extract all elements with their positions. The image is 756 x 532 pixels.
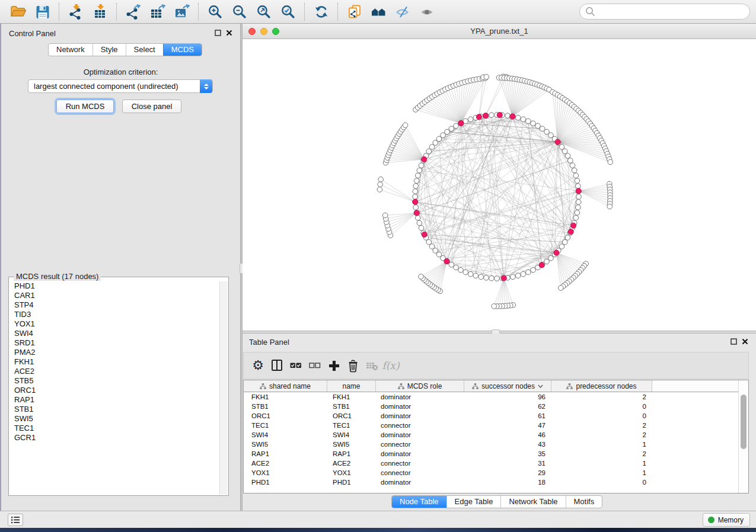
dropdown-stepper-icon	[200, 79, 212, 93]
mcds-result-item[interactable]: SRD1	[9, 338, 219, 348]
close-panel-button[interactable]: Close panel	[122, 100, 181, 113]
tab-network-table[interactable]: Network Table	[500, 496, 565, 508]
table-row[interactable]: FKH1FKH1dominator962	[244, 392, 738, 402]
table-scrollbar[interactable]	[738, 380, 748, 493]
hide-selected-button[interactable]	[391, 2, 415, 22]
deselect-all-button[interactable]	[305, 355, 324, 376]
network-canvas[interactable]	[243, 39, 756, 331]
tab-style[interactable]: Style	[92, 44, 126, 56]
table-mode-button[interactable]: ⚙	[248, 355, 267, 376]
table-cell: ORC1	[327, 411, 376, 421]
table-row[interactable]: ORC1ORC1dominator610	[244, 411, 738, 421]
control-panel-tabs: Network Style Select MCDS	[48, 43, 202, 56]
network-titlebar[interactable]: YPA_prune.txt_1	[243, 24, 756, 39]
show-all-button[interactable]	[415, 2, 439, 22]
tab-node-table[interactable]: Node Table	[392, 496, 446, 508]
tab-motifs[interactable]: Motifs	[566, 496, 602, 508]
table-cell: 47	[464, 421, 551, 430]
mcds-result-item[interactable]: RAP1	[9, 395, 219, 405]
table-row[interactable]: RAP1RAP1dominator352	[244, 449, 738, 459]
table-cell: 62	[464, 402, 551, 411]
table-row[interactable]: TEC1TEC1connector472	[244, 421, 738, 430]
run-mcds-button[interactable]: Run MCDS	[56, 100, 114, 113]
zoom-fit-button[interactable]	[251, 2, 276, 22]
table-cell: connector	[376, 421, 464, 430]
scrollbar-thumb[interactable]	[741, 395, 747, 449]
network-title: YPA_prune.txt_1	[243, 27, 756, 36]
control-panel: Control Panel Network Style Select MCDS …	[0, 24, 240, 511]
criterion-dropdown[interactable]: largest connected component (undirected)	[28, 79, 213, 93]
mcds-result-item[interactable]: STB5	[9, 376, 219, 386]
mcds-result-item[interactable]: STB1	[9, 405, 219, 414]
sort-chevron-icon	[538, 384, 543, 388]
table-row[interactable]: STB1STB1dominator620	[244, 402, 738, 411]
network-graph	[243, 39, 756, 331]
table-row[interactable]: YOX1YOX1connector291	[244, 468, 738, 477]
save-session-button[interactable]	[30, 2, 55, 22]
mcds-result-item[interactable]: ORC1	[9, 386, 219, 395]
network-from-selection-button[interactable]	[342, 2, 366, 22]
zoom-out-icon	[232, 4, 247, 19]
mcds-result-item[interactable]: PMA2	[9, 348, 219, 357]
mcds-result-item[interactable]: GCR1	[9, 433, 219, 443]
memory-button[interactable]: Memory	[703, 513, 750, 527]
tab-network[interactable]: Network	[49, 44, 92, 56]
mcds-list-scrollbar[interactable]	[219, 281, 228, 495]
float-window-icon[interactable]	[215, 30, 221, 36]
column-header-filler	[652, 380, 748, 392]
first-neighbors-button[interactable]	[366, 2, 391, 22]
column-header-name[interactable]: name	[327, 380, 376, 392]
mcds-result-item[interactable]: FKH1	[9, 357, 219, 367]
mcds-result-item[interactable]: YOX1	[9, 319, 219, 329]
column-header-mcds-role[interactable]: MCDS role	[376, 380, 464, 392]
import-network-button[interactable]	[63, 2, 88, 22]
export-table-button[interactable]	[145, 2, 170, 22]
close-panel-icon[interactable]	[742, 338, 748, 345]
table-cell: TEC1	[244, 421, 327, 430]
export-image-button[interactable]	[170, 2, 194, 22]
mcds-result-item[interactable]: SWI4	[9, 329, 219, 338]
mcds-result-item[interactable]: STP4	[9, 300, 219, 310]
delete-columns-button[interactable]	[343, 355, 362, 376]
desktop-wallpaper-strip	[0, 528, 756, 532]
table-row[interactable]: SWI4SWI4dominator462	[244, 430, 738, 440]
table-cell: PHD1	[327, 477, 376, 487]
column-header-predecessor-nodes[interactable]: predecessor nodes	[551, 380, 652, 392]
table-header-row: shared name name MCDS role successor nod…	[244, 380, 748, 392]
task-history-button[interactable]	[8, 514, 23, 526]
float-window-icon[interactable]	[731, 338, 737, 345]
mcds-result-item[interactable]: ACE2	[9, 367, 219, 376]
create-column-button[interactable]	[324, 355, 343, 376]
table-cell: 0	[551, 411, 652, 421]
table-row[interactable]: PHD1PHD1dominator180	[244, 477, 738, 487]
show-hide-columns-button[interactable]	[267, 355, 286, 376]
tab-edge-table[interactable]: Edge Table	[446, 496, 501, 508]
tab-mcds[interactable]: MCDS	[163, 44, 202, 56]
table-row[interactable]: ACE2ACE2connector311	[244, 459, 738, 468]
mcds-result-item[interactable]: TEC1	[9, 424, 219, 433]
close-panel-icon[interactable]	[226, 30, 232, 36]
select-all-button[interactable]	[286, 355, 305, 376]
apply-layout-button[interactable]	[309, 2, 333, 22]
function-builder-button[interactable]: f(x)	[381, 355, 400, 376]
zoom-selected-button[interactable]	[276, 2, 300, 22]
table-cell: RAP1	[327, 449, 376, 459]
zoom-in-button[interactable]	[203, 2, 227, 22]
table-row[interactable]: SWI5SWI5connector431	[244, 440, 738, 449]
mcds-result-item[interactable]: SWI5	[9, 414, 219, 424]
table-cell: ACE2	[244, 459, 327, 468]
import-table-button[interactable]	[88, 2, 112, 22]
mcds-result-item[interactable]: CAR1	[9, 291, 219, 300]
search-input[interactable]	[599, 7, 744, 17]
zoom-out-button[interactable]	[227, 2, 251, 22]
control-panel-header: Control Panel	[1, 24, 240, 41]
tab-select[interactable]: Select	[126, 44, 163, 56]
open-session-button[interactable]	[6, 2, 30, 22]
column-header-successor-nodes[interactable]: successor nodes	[464, 380, 551, 392]
delete-table-button[interactable]	[362, 355, 381, 376]
mcds-result-item[interactable]: PHD1	[9, 281, 219, 291]
zoom-fit-icon	[256, 4, 271, 19]
mcds-result-item[interactable]: TID3	[9, 310, 219, 319]
export-network-button[interactable]	[121, 2, 145, 22]
column-header-shared-name[interactable]: shared name	[244, 380, 327, 392]
